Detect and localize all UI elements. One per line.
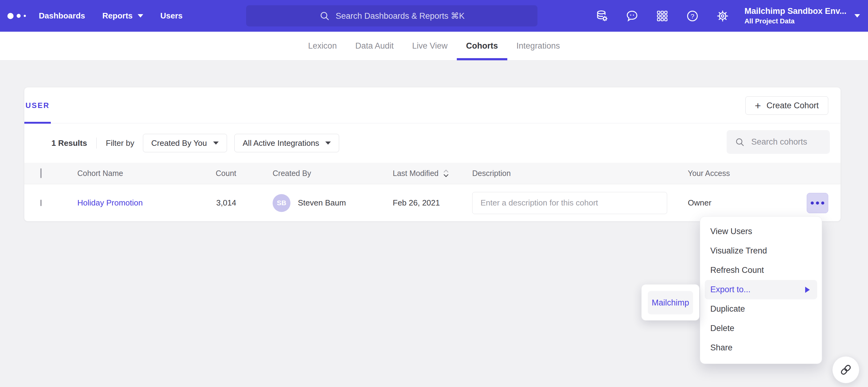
- tab-label: Integrations: [517, 41, 560, 51]
- avatar: SB: [273, 194, 290, 212]
- settings-gear-icon: [716, 9, 730, 23]
- global-search-bar[interactable]: Search Dashboards & Reports ⌘K: [246, 5, 537, 27]
- chevron-down-icon: [855, 14, 860, 17]
- created-by-name: Steven Baum: [298, 198, 346, 208]
- filter-created-by-dropdown[interactable]: Created By You: [143, 134, 227, 152]
- submenu-item-mailchimp[interactable]: Mailchimp: [648, 291, 693, 314]
- chevron-down-icon: [325, 142, 331, 145]
- search-icon: [735, 137, 745, 147]
- cohort-name-link[interactable]: Holiday Promotion: [77, 198, 143, 207]
- menu-item-duplicate[interactable]: Duplicate: [700, 299, 822, 319]
- description-input[interactable]: [472, 192, 667, 214]
- header-label: Last Modified: [393, 169, 439, 178]
- tab-label: Lexicon: [308, 41, 337, 51]
- nav-item-label: Reports: [102, 11, 132, 21]
- svg-text:?: ?: [690, 12, 694, 20]
- data-management-icon: [595, 9, 609, 23]
- header-description: Description: [465, 169, 677, 178]
- user-tab-label: USER: [26, 101, 50, 110]
- help-icon: ?: [686, 9, 699, 23]
- submenu-arrow-icon: [805, 287, 810, 293]
- plus-icon: +: [755, 100, 761, 111]
- menu-item-refresh-count[interactable]: Refresh Count: [700, 260, 822, 280]
- navbar-icon-buttons: ?: [595, 0, 730, 32]
- nav-item-users[interactable]: Users: [160, 11, 183, 21]
- header-count[interactable]: Count: [197, 169, 243, 178]
- export-submenu: Mailchimp: [641, 284, 700, 321]
- global-search-placeholder: Search Dashboards & Reports ⌘K: [336, 11, 465, 21]
- feedback-button[interactable]: [625, 9, 639, 23]
- tab-data-audit[interactable]: Data Audit: [346, 32, 403, 60]
- project-text: Mailchimp Sandbox Env... All Project Dat…: [744, 6, 846, 25]
- settings-button[interactable]: [716, 9, 730, 23]
- tab-cohorts[interactable]: Cohorts: [457, 32, 507, 60]
- access-level: Owner: [677, 198, 807, 208]
- apps-grid-button[interactable]: [655, 9, 669, 23]
- tab-integrations[interactable]: Integrations: [507, 32, 569, 60]
- tab-live-view[interactable]: Live View: [403, 32, 457, 60]
- filter-dropdown-label: Created By You: [151, 138, 207, 148]
- feedback-icon: [625, 9, 639, 23]
- row-more-actions-button[interactable]: [807, 193, 828, 213]
- cohorts-table-header: Cohort Name Count Created By Last Modifi…: [24, 163, 841, 184]
- create-cohort-label: Create Cohort: [766, 101, 819, 110]
- logo-dot: [7, 13, 13, 19]
- search-icon: [319, 10, 330, 22]
- data-management-button[interactable]: [595, 9, 609, 23]
- menu-item-export-to[interactable]: Export to...: [705, 280, 817, 299]
- tab-label: Data Audit: [355, 41, 394, 51]
- ellipsis-icon: [821, 202, 824, 205]
- last-modified-date: Feb 26, 2021: [382, 198, 465, 208]
- filter-dropdown-label: All Active Integrations: [243, 138, 319, 148]
- divider: [96, 138, 97, 149]
- menu-item-view-users[interactable]: View Users: [700, 222, 822, 241]
- nav-item-label: Dashboards: [39, 11, 85, 21]
- create-cohort-button[interactable]: + Create Cohort: [745, 96, 828, 115]
- header-cohort-name[interactable]: Cohort Name: [61, 169, 197, 178]
- results-count: 1 Results: [52, 138, 87, 148]
- mixpanel-logo[interactable]: [7, 13, 32, 19]
- filter-row: 1 Results Filter by Created By You All A…: [24, 124, 841, 163]
- row-checkbox[interactable]: [40, 200, 41, 206]
- nav-item-label: Users: [160, 11, 183, 21]
- ellipsis-icon: [811, 202, 814, 205]
- filter-integrations-dropdown[interactable]: All Active Integrations: [235, 134, 339, 152]
- chevron-down-icon: [138, 14, 143, 17]
- sort-icon: [443, 169, 449, 177]
- cohorts-card-header: USER + Create Cohort: [24, 87, 841, 124]
- header-last-modified[interactable]: Last Modified: [382, 169, 465, 178]
- section-tabs: Lexicon Data Audit Live View Cohorts Int…: [0, 32, 868, 61]
- project-name: Mailchimp Sandbox Env...: [744, 6, 846, 16]
- search-cohorts-field[interactable]: [726, 130, 830, 154]
- tab-label: Cohorts: [466, 41, 498, 51]
- ellipsis-icon: [816, 202, 819, 205]
- header-your-access: Your Access: [677, 169, 807, 178]
- tab-label: Live View: [412, 41, 447, 51]
- menu-item-visualize-trend[interactable]: Visualize Trend: [700, 241, 822, 260]
- project-subtitle: All Project Data: [744, 17, 846, 25]
- help-button[interactable]: ?: [686, 9, 699, 23]
- logo-dot: [24, 15, 26, 17]
- main-navbar: Dashboards Reports Users Search Dashboar…: [0, 0, 868, 32]
- nav-item-reports[interactable]: Reports: [102, 11, 143, 21]
- active-tab-underline: [457, 58, 507, 60]
- search-cohorts-input[interactable]: [751, 137, 825, 147]
- tab-user-cohorts[interactable]: USER: [24, 87, 51, 124]
- tab-lexicon[interactable]: Lexicon: [299, 32, 346, 60]
- table-row: Holiday Promotion 3,014 SB Steven Baum F…: [24, 184, 841, 221]
- menu-item-label: Export to...: [710, 285, 751, 294]
- select-all-checkbox[interactable]: [40, 168, 41, 178]
- nav-item-dashboards[interactable]: Dashboards: [39, 11, 85, 21]
- topnav-items: Dashboards Reports Users: [39, 11, 183, 21]
- chevron-down-icon: [213, 142, 219, 145]
- filter-by-label: Filter by: [106, 138, 134, 148]
- cohorts-card: USER + Create Cohort 1 Results Filter by…: [24, 87, 841, 221]
- project-switcher[interactable]: Mailchimp Sandbox Env... All Project Dat…: [744, 0, 860, 32]
- header-created-by[interactable]: Created By: [243, 169, 382, 178]
- cohort-count: 3,014: [197, 198, 243, 208]
- apps-grid-icon: [656, 9, 669, 23]
- menu-item-share[interactable]: Share: [700, 338, 822, 357]
- menu-item-delete[interactable]: Delete: [700, 319, 822, 338]
- copy-link-fab[interactable]: [832, 356, 859, 383]
- row-context-menu: View Users Visualize Trend Refresh Count…: [700, 216, 822, 364]
